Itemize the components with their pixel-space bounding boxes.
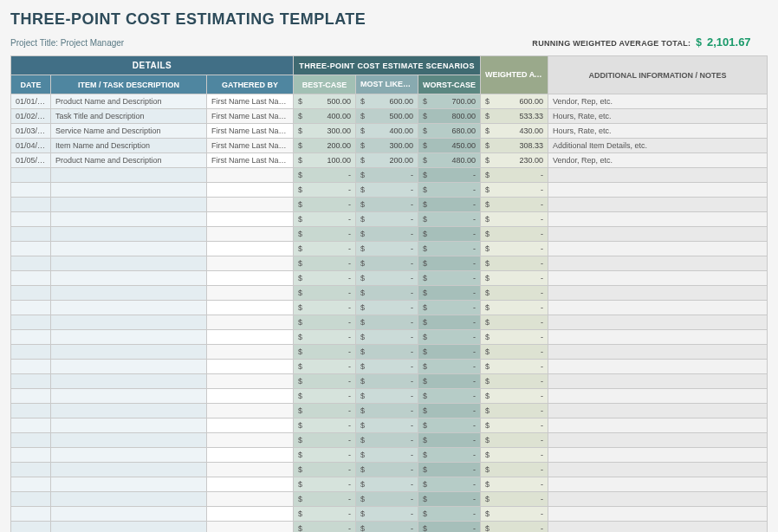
date-cell[interactable] — [11, 256, 51, 271]
date-cell[interactable]: 01/04/19 — [11, 139, 51, 153]
gathered-cell[interactable] — [207, 271, 294, 286]
gathered-cell[interactable] — [207, 183, 294, 198]
notes-cell[interactable] — [548, 271, 768, 286]
gathered-cell[interactable] — [207, 227, 294, 242]
notes-cell[interactable]: Vendor, Rep, etc. — [548, 94, 768, 109]
item-cell[interactable]: Service Name and Description — [51, 124, 207, 139]
notes-cell[interactable] — [548, 212, 768, 227]
item-cell[interactable] — [51, 448, 207, 463]
notes-cell[interactable] — [548, 198, 768, 212]
money-cell[interactable]: $- — [294, 507, 356, 522]
money-cell[interactable]: $- — [294, 477, 356, 492]
item-cell[interactable] — [51, 271, 207, 286]
money-cell[interactable]: $- — [294, 256, 356, 271]
gathered-cell[interactable] — [207, 360, 294, 374]
item-cell[interactable] — [51, 301, 207, 315]
gathered-cell[interactable] — [207, 522, 294, 533]
money-cell[interactable]: $- — [356, 183, 418, 198]
gathered-cell[interactable] — [207, 315, 294, 330]
notes-cell[interactable] — [548, 404, 768, 418]
money-cell[interactable]: $500.00 — [294, 94, 356, 109]
money-cell[interactable]: $200.00 — [294, 139, 356, 153]
item-cell[interactable]: Product Name and Description — [51, 94, 207, 109]
notes-cell[interactable] — [548, 507, 768, 522]
date-cell[interactable] — [11, 286, 51, 301]
money-cell[interactable]: $- — [356, 418, 418, 433]
item-cell[interactable] — [51, 418, 207, 433]
notes-cell[interactable] — [548, 286, 768, 301]
item-cell[interactable] — [51, 198, 207, 212]
item-cell[interactable]: Item Name and Description — [51, 139, 207, 153]
money-cell[interactable]: $300.00 — [356, 139, 418, 153]
date-cell[interactable] — [11, 360, 51, 374]
gathered-cell[interactable]: First Name Last Name — [207, 94, 294, 109]
date-cell[interactable]: 01/01/19 — [11, 94, 51, 109]
gathered-cell[interactable] — [207, 389, 294, 404]
gathered-cell[interactable] — [207, 477, 294, 492]
item-cell[interactable] — [51, 463, 207, 477]
item-cell[interactable] — [51, 286, 207, 301]
money-cell[interactable]: $- — [294, 271, 356, 286]
item-cell[interactable] — [51, 522, 207, 533]
money-cell[interactable]: $- — [356, 345, 418, 360]
money-cell[interactable]: $- — [356, 198, 418, 212]
item-cell[interactable] — [51, 242, 207, 256]
date-cell[interactable] — [11, 345, 51, 360]
date-cell[interactable] — [11, 183, 51, 198]
notes-cell[interactable] — [548, 448, 768, 463]
money-cell[interactable]: $- — [418, 286, 481, 301]
money-cell[interactable]: $- — [418, 360, 481, 374]
money-cell[interactable]: $- — [418, 183, 481, 198]
money-cell[interactable]: $- — [418, 374, 481, 389]
date-cell[interactable] — [11, 507, 51, 522]
money-cell[interactable]: $- — [356, 301, 418, 315]
money-cell[interactable]: $- — [418, 507, 481, 522]
money-cell[interactable]: $- — [294, 183, 356, 198]
gathered-cell[interactable] — [207, 256, 294, 271]
notes-cell[interactable] — [548, 360, 768, 374]
date-cell[interactable] — [11, 389, 51, 404]
money-cell[interactable]: $- — [356, 330, 418, 345]
notes-cell[interactable] — [548, 168, 768, 183]
money-cell[interactable]: $- — [418, 212, 481, 227]
money-cell[interactable]: $- — [294, 404, 356, 418]
money-cell[interactable]: $- — [356, 433, 418, 448]
gathered-cell[interactable] — [207, 345, 294, 360]
notes-cell[interactable]: Hours, Rate, etc. — [548, 124, 768, 139]
money-cell[interactable]: $- — [294, 198, 356, 212]
date-cell[interactable] — [11, 301, 51, 315]
date-cell[interactable] — [11, 418, 51, 433]
money-cell[interactable]: $- — [294, 242, 356, 256]
notes-cell[interactable] — [548, 492, 768, 507]
money-cell[interactable]: $- — [356, 360, 418, 374]
notes-cell[interactable]: Vendor, Rep, etc. — [548, 153, 768, 168]
date-cell[interactable] — [11, 212, 51, 227]
gathered-cell[interactable] — [207, 301, 294, 315]
item-cell[interactable] — [51, 507, 207, 522]
date-cell[interactable]: 01/02/19 — [11, 109, 51, 124]
item-cell[interactable] — [51, 433, 207, 448]
money-cell[interactable]: $- — [418, 433, 481, 448]
notes-cell[interactable]: Additional Item Details, etc. — [548, 139, 768, 153]
money-cell[interactable]: $- — [356, 168, 418, 183]
notes-cell[interactable]: Hours, Rate, etc. — [548, 109, 768, 124]
item-cell[interactable] — [51, 374, 207, 389]
money-cell[interactable]: $- — [418, 256, 481, 271]
date-cell[interactable] — [11, 315, 51, 330]
gathered-cell[interactable] — [207, 463, 294, 477]
money-cell[interactable]: $- — [418, 271, 481, 286]
item-cell[interactable] — [51, 212, 207, 227]
item-cell[interactable] — [51, 389, 207, 404]
money-cell[interactable]: $- — [418, 345, 481, 360]
date-cell[interactable] — [11, 477, 51, 492]
money-cell[interactable]: $- — [294, 360, 356, 374]
item-cell[interactable] — [51, 256, 207, 271]
money-cell[interactable]: $- — [356, 271, 418, 286]
notes-cell[interactable] — [548, 301, 768, 315]
money-cell[interactable]: $- — [294, 463, 356, 477]
notes-cell[interactable] — [548, 433, 768, 448]
notes-cell[interactable] — [548, 389, 768, 404]
money-cell[interactable]: $700.00 — [418, 94, 481, 109]
money-cell[interactable]: $450.00 — [418, 139, 481, 153]
notes-cell[interactable] — [548, 315, 768, 330]
